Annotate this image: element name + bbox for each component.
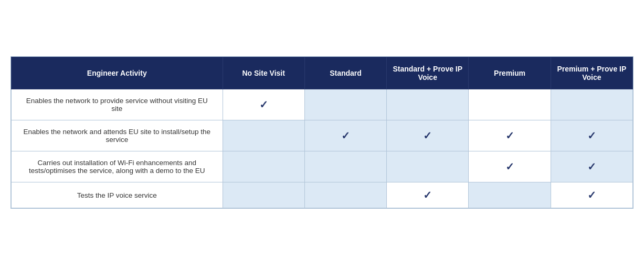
comparison-table: Engineer Activity No Site Visit Standard… [10, 56, 634, 209]
cell-row1-col5 [469, 89, 551, 120]
cell-row4-col6: ✓ [551, 182, 632, 208]
header-premium-prove-ip-voice: Premium + Prove IP Voice [551, 57, 632, 89]
cell-row4-col4: ✓ [387, 182, 469, 208]
checkmark-icon: ✓ [423, 189, 432, 201]
cell-row3-col4 [387, 151, 469, 182]
header-row: Engineer Activity No Site Visit Standard… [12, 57, 633, 89]
activity-label: Carries out installation of Wi-Fi enhanc… [12, 151, 223, 182]
cell-row3-col5: ✓ [469, 151, 551, 182]
table-row: Enables the network to provide service w… [12, 89, 633, 120]
cell-row4-col5 [469, 182, 551, 208]
cell-row1-col4 [387, 89, 469, 120]
checkmark-icon: ✓ [341, 130, 350, 141]
cell-row2-col3: ✓ [304, 120, 386, 151]
header-standard: Standard [304, 57, 386, 89]
cell-row2-col6: ✓ [551, 120, 632, 151]
cell-row2-col2 [223, 120, 304, 151]
checkmark-icon: ✓ [505, 130, 514, 141]
cell-row4-col2 [223, 182, 304, 208]
activity-label: Tests the IP voice service [12, 182, 223, 208]
checkmark-icon: ✓ [423, 130, 432, 141]
table-row: Enables the network and attends EU site … [12, 120, 633, 151]
cell-row1-col2: ✓ [223, 89, 304, 120]
table-row: Tests the IP voice service ✓ ✓ [12, 182, 633, 208]
cell-row3-col2 [223, 151, 304, 182]
checkmark-icon: ✓ [505, 161, 514, 172]
cell-row1-col3 [304, 89, 386, 120]
checkmark-icon: ✓ [587, 161, 596, 172]
checkmark-icon: ✓ [587, 189, 596, 201]
checkmark-icon: ✓ [587, 130, 596, 141]
cell-row3-col3 [304, 151, 386, 182]
checkmark-icon: ✓ [259, 99, 268, 110]
header-premium: Premium [469, 57, 551, 89]
table-row: Carries out installation of Wi-Fi enhanc… [12, 151, 633, 182]
cell-row1-col6 [551, 89, 632, 120]
header-activity: Engineer Activity [12, 57, 223, 89]
header-standard-prove-ip-voice: Standard + Prove IP Voice [387, 57, 469, 89]
cell-row2-col4: ✓ [387, 120, 469, 151]
activity-label: Enables the network and attends EU site … [12, 120, 223, 151]
cell-row2-col5: ✓ [469, 120, 551, 151]
cell-row3-col6: ✓ [551, 151, 632, 182]
header-no-site-visit: No Site Visit [223, 57, 304, 89]
cell-row4-col3 [304, 182, 386, 208]
activity-label: Enables the network to provide service w… [12, 89, 223, 120]
